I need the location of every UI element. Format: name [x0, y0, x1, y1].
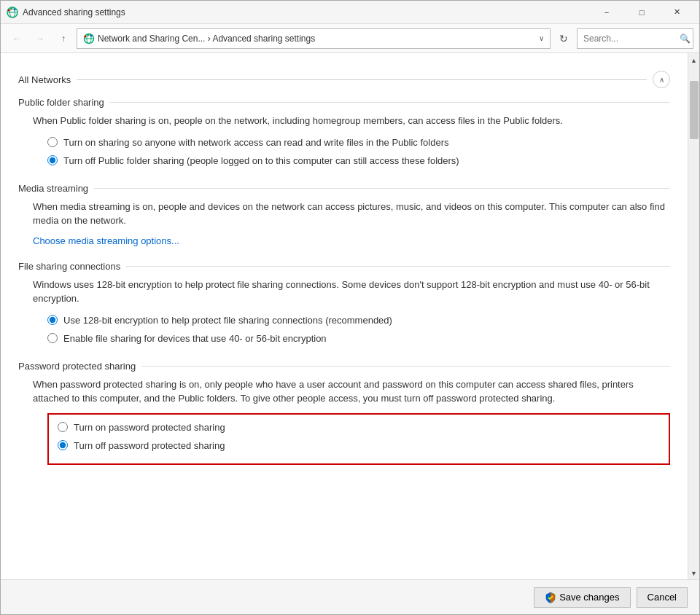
public-folder-radio-on[interactable] — [47, 137, 58, 147]
subsection-divider-3 — [126, 266, 670, 267]
section-collapse-button[interactable]: ∧ — [653, 71, 670, 88]
file-sharing-subsection: File sharing connections Windows uses 12… — [18, 261, 670, 346]
back-button[interactable]: ← — [7, 28, 27, 49]
window-controls: − □ ✕ — [590, 1, 693, 24]
subsection-divider-2 — [94, 188, 670, 189]
forward-icon: → — [36, 34, 44, 44]
password-sharing-header: Password protected sharing — [18, 361, 670, 372]
password-label-off: Turn off password protected sharing — [74, 439, 225, 453]
file-sharing-header: File sharing connections — [18, 261, 670, 272]
back-icon: ← — [12, 34, 21, 44]
public-folder-subsection: Public folder sharing When Public folder… — [18, 97, 670, 168]
public-folder-option-on: Turn on sharing so anyone with network a… — [47, 136, 670, 150]
password-option-off: Turn off password protected sharing — [58, 439, 660, 453]
public-folder-label-on: Turn on sharing so anyone with network a… — [63, 136, 448, 150]
media-streaming-subsection: Media streaming When media streaming is … — [18, 183, 670, 246]
globe-icon — [83, 33, 95, 44]
breadcrumb-text: Network and Sharing Cen... › Advanced sh… — [98, 34, 536, 44]
save-changes-button[interactable]: Save changes — [534, 587, 630, 608]
password-sharing-description: When password protected sharing is on, o… — [33, 377, 670, 406]
content-area: All Networks ∧ Public folder sharing Whe… — [1, 53, 699, 579]
public-folder-header: Public folder sharing — [18, 97, 670, 108]
file-sharing-option-40: Enable file sharing for devices that use… — [47, 332, 670, 346]
public-folder-option-off: Turn off Public folder sharing (people l… — [47, 154, 670, 168]
file-sharing-option-128: Use 128-bit encryption to help protect f… — [47, 313, 670, 328]
password-sharing-subsection: Password protected sharing When password… — [18, 361, 670, 465]
file-sharing-label-40: Enable file sharing for devices that use… — [63, 332, 327, 346]
save-changes-label: Save changes — [559, 592, 619, 603]
svg-point-10 — [88, 34, 90, 36]
password-option-on: Turn on password protected sharing — [58, 420, 660, 435]
password-options-box: Turn on password protected sharing Turn … — [47, 413, 670, 465]
scrollbar-down-arrow[interactable]: ▼ — [688, 568, 700, 579]
up-icon: ↑ — [61, 34, 66, 44]
media-streaming-description: When media streaming is on, people and d… — [33, 200, 670, 228]
media-streaming-link[interactable]: Choose media streaming options... — [33, 235, 670, 246]
bottom-bar: Save changes Cancel — [1, 579, 699, 614]
address-field[interactable]: Network and Sharing Cen... › Advanced sh… — [77, 28, 551, 49]
all-networks-header: All Networks ∧ — [18, 71, 670, 88]
scrollbar-thumb[interactable] — [690, 81, 699, 139]
search-button[interactable]: 🔍 — [680, 34, 691, 44]
close-button[interactable]: ✕ — [660, 1, 693, 24]
shield-icon — [545, 592, 556, 603]
file-sharing-description: Windows uses 128-bit encryption to help … — [33, 278, 670, 306]
title-bar: Advanced sharing settings − □ ✕ — [1, 1, 699, 24]
file-sharing-title: File sharing connections — [18, 261, 126, 272]
public-folder-title: Public folder sharing — [18, 97, 110, 108]
file-sharing-radio-128[interactable] — [47, 315, 58, 325]
maximize-button[interactable]: □ — [625, 1, 658, 24]
all-networks-title: All Networks — [18, 74, 77, 85]
scrollbar-up-arrow[interactable]: ▲ — [688, 55, 700, 66]
forward-button[interactable]: → — [30, 28, 50, 49]
refresh-button[interactable]: ↻ — [553, 28, 574, 49]
subsection-divider — [110, 102, 670, 103]
window-title: Advanced sharing settings — [23, 7, 590, 17]
all-networks-section: All Networks ∧ Public folder sharing Whe… — [18, 71, 670, 465]
svg-point-4 — [11, 7, 13, 9]
public-folder-label-off: Turn off Public folder sharing (people l… — [63, 154, 459, 168]
password-radio-off[interactable] — [58, 440, 68, 450]
up-button[interactable]: ↑ — [53, 28, 74, 49]
app-icon — [7, 7, 18, 18]
svg-point-11 — [90, 34, 93, 36]
search-input[interactable] — [577, 28, 693, 49]
section-divider — [77, 79, 647, 80]
address-bar: ← → ↑ Network and Sharing Cen... › Advan… — [1, 24, 699, 53]
minimize-button[interactable]: − — [590, 1, 623, 24]
public-folder-description: When Public folder sharing is on, people… — [33, 114, 670, 128]
media-streaming-title: Media streaming — [18, 183, 94, 194]
svg-point-9 — [85, 35, 87, 37]
public-folder-radio-off[interactable] — [47, 155, 58, 165]
file-sharing-radio-40[interactable] — [47, 333, 58, 343]
password-label-on: Turn on password protected sharing — [74, 420, 225, 435]
svg-point-5 — [14, 8, 16, 10]
media-streaming-header: Media streaming — [18, 183, 670, 194]
password-sharing-title: Password protected sharing — [18, 361, 141, 372]
main-content: All Networks ∧ Public folder sharing Whe… — [1, 53, 688, 579]
address-chevron-icon[interactable]: ∨ — [539, 34, 544, 42]
main-window: Advanced sharing settings − □ ✕ ← → ↑ — [0, 0, 700, 615]
password-radio-on[interactable] — [58, 422, 68, 432]
cancel-button[interactable]: Cancel — [637, 587, 688, 608]
scrollbar-track[interactable]: ▲ ▼ — [688, 53, 699, 579]
file-sharing-label-128: Use 128-bit encryption to help protect f… — [63, 313, 392, 328]
svg-point-3 — [8, 9, 10, 11]
subsection-divider-4 — [141, 366, 670, 367]
search-container: 🔍 — [577, 28, 693, 49]
